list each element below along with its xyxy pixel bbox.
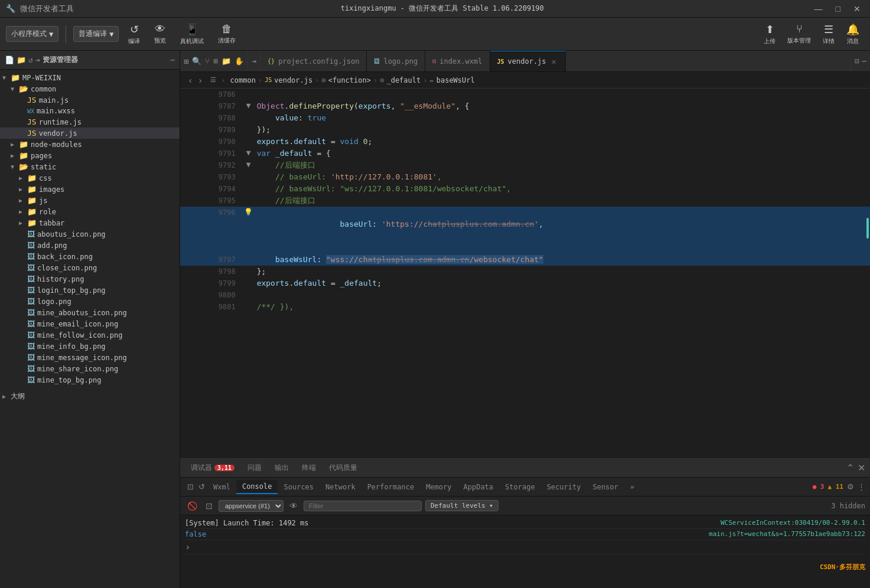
devtools-tab-sensor[interactable]: Sensor xyxy=(586,481,624,494)
tree-item-role[interactable]: ▶ 📁 role xyxy=(0,206,180,217)
devtools-tab-performance[interactable]: Performance xyxy=(361,481,420,494)
tree-item-mine-email[interactable]: 🖼 mine_email_icon.png xyxy=(0,318,180,329)
appservice-select[interactable]: appservice (#1) xyxy=(219,500,284,512)
grid-icon[interactable]: ⊞ xyxy=(213,57,218,66)
mode-selector[interactable]: 小程序模式 ▼ xyxy=(6,26,58,42)
new-folder-icon[interactable]: 📁 xyxy=(17,55,26,64)
devtools-inspect-icon[interactable]: ⊡ xyxy=(185,481,196,492)
message-button[interactable]: 🔔 消息 xyxy=(842,22,864,47)
devtools-tab-memory[interactable]: Memory xyxy=(420,481,457,494)
devtools-settings-icon[interactable]: ⚙ xyxy=(847,482,854,491)
console-eye-icon[interactable]: 👁 xyxy=(287,500,300,512)
tab-project-config[interactable]: {} project.config.json xyxy=(260,51,367,71)
devtools-refresh-icon[interactable]: ↺ xyxy=(196,481,207,492)
devtools-more-icon[interactable]: ⋮ xyxy=(858,482,865,491)
tab-debugger[interactable]: 调试器 3,11 xyxy=(185,460,240,475)
tree-item-runtime-js[interactable]: JS runtime.js xyxy=(0,116,180,128)
tree-item-add[interactable]: 🖼 add.png xyxy=(0,240,180,251)
breadcrumb-menu-icon[interactable]: ☰ xyxy=(210,76,216,84)
expand-icon[interactable]: ⇥ xyxy=(252,57,256,66)
console-link-main[interactable]: WCServiceInContext:030419/00-2.99.0.1 xyxy=(721,519,865,527)
tab-output[interactable]: 输出 xyxy=(269,460,295,475)
tree-item-mine-share[interactable]: 🖼 mine_share_icon.png xyxy=(0,363,180,374)
console-link-false[interactable]: main.js?t=wechat&s=1.77557b1ae9abb73:122 xyxy=(709,530,865,538)
tree-item-mine-aboutus[interactable]: 🖼 mine_aboutus_icon.png xyxy=(0,307,180,318)
clear-cache-button[interactable]: 🗑 清缓存 xyxy=(213,22,240,46)
tab-close-vendor[interactable]: ✕ xyxy=(550,56,558,67)
devtools-tab-appdata[interactable]: AppData xyxy=(457,481,499,494)
tree-item-history[interactable]: 🖼 history.png xyxy=(0,273,180,285)
code-editor[interactable]: 9786 9787 ▼ Object.defineProperty(export… xyxy=(180,89,870,458)
breadcrumb-function[interactable]: <function> xyxy=(328,76,371,84)
tree-item-mine-info[interactable]: 🖼 mine_info_bg.png xyxy=(0,341,180,352)
source-control-icon[interactable]: ⑂ xyxy=(205,57,210,66)
version-button[interactable]: ⑂ 版本管理 xyxy=(783,22,816,47)
tab-index-wxml[interactable]: ⊡ index.wxml xyxy=(425,51,490,71)
tab-vendor-js[interactable]: JS vendor.js ✕ xyxy=(490,51,566,71)
devtools-tab-wxml[interactable]: Wxml xyxy=(207,481,236,494)
sidebar-more-icon[interactable]: ⋯ xyxy=(170,55,175,64)
tab-question[interactable]: 问题 xyxy=(242,460,268,475)
collapse-icon[interactable]: ⇥ xyxy=(35,55,40,64)
tree-item-tabbar[interactable]: ▶ 📁 tabbar xyxy=(0,217,180,228)
tree-item-node-modules[interactable]: ▶ 📁 node-modules xyxy=(0,139,180,150)
tree-item-logo[interactable]: 🖼 logo.png xyxy=(0,296,180,307)
more-tabs-icon[interactable]: ⋯ xyxy=(862,57,866,66)
search-editor-icon[interactable]: 🔍 xyxy=(192,57,201,66)
tab-logo-png[interactable]: 🖼 logo.png xyxy=(367,51,425,71)
split-editor-icon[interactable]: ⊞ xyxy=(184,57,188,66)
compile-button[interactable]: ↺ 编译 xyxy=(123,22,145,47)
tree-item-close[interactable]: 🖼 close_icon.png xyxy=(0,262,180,273)
new-file-icon[interactable]: 📄 xyxy=(5,55,14,64)
maximize-button[interactable]: □ xyxy=(832,3,844,15)
tree-item-static[interactable]: ▼ 📂 static xyxy=(0,161,180,172)
refresh-icon[interactable]: ↺ xyxy=(28,55,33,64)
nav-back-button[interactable]: ‹ xyxy=(187,75,194,86)
tree-item-main-js[interactable]: JS main.js xyxy=(0,94,180,106)
compile-selector[interactable]: 普通编译 ▼ xyxy=(73,26,119,42)
breadcrumb-basewsurl[interactable]: baseWsUrl xyxy=(436,76,475,84)
remote-debug-button[interactable]: 📱 真机调试 xyxy=(175,22,208,47)
panel-close-button[interactable]: ✕ xyxy=(858,462,865,473)
tab-code-quality[interactable]: 代码质量 xyxy=(323,460,363,475)
devtools-tab-more[interactable]: » xyxy=(624,481,640,494)
tree-outline[interactable]: ▶ 大纲 xyxy=(0,390,180,403)
upload-button[interactable]: ⬆ 上传 xyxy=(759,22,780,47)
detail-button[interactable]: ☰ 详情 xyxy=(818,22,839,47)
default-levels-dropdown[interactable]: Default levels ▾ xyxy=(425,500,498,511)
tree-item-aboutus[interactable]: 🖼 aboutus_icon.png xyxy=(0,228,180,240)
tree-item-js[interactable]: ▶ 📁 js xyxy=(0,195,180,206)
close-button[interactable]: ✕ xyxy=(850,3,864,15)
devtools-tab-network[interactable]: Network xyxy=(320,481,361,494)
split-view-icon[interactable]: ⊟ xyxy=(855,57,859,66)
tree-item-css[interactable]: ▶ 📁 css xyxy=(0,172,180,184)
tree-item-mine-message[interactable]: 🖼 mine_message_icon.png xyxy=(0,352,180,363)
folder-tree-icon[interactable]: 📁 xyxy=(221,57,231,66)
tree-item-pages[interactable]: ▶ 📁 pages xyxy=(0,150,180,161)
devtools-tab-sources[interactable]: Sources xyxy=(278,481,320,494)
breadcrumb-vendor-js[interactable]: vendor.js xyxy=(274,76,312,84)
devtools-tab-storage[interactable]: Storage xyxy=(499,481,541,494)
minimize-button[interactable]: — xyxy=(811,3,826,15)
console-filter-input[interactable] xyxy=(304,501,422,511)
tree-item-login-bg[interactable]: 🖼 login_top_bg.png xyxy=(0,285,180,296)
console-filter-toggle[interactable]: ⊡ xyxy=(203,500,215,512)
nav-forward-button[interactable]: › xyxy=(197,75,204,86)
tree-item-mine-follow[interactable]: 🖼 mine_follow_icon.png xyxy=(0,329,180,341)
tree-item-back[interactable]: 🖼 back_icon.png xyxy=(0,251,180,262)
devtools-tab-console[interactable]: Console xyxy=(236,480,278,494)
breadcrumb-default[interactable]: _default xyxy=(386,76,421,84)
panel-minimize-button[interactable]: ⌃ xyxy=(846,462,854,473)
preview-button[interactable]: 👁 预览 xyxy=(149,22,171,46)
console-clear-button[interactable]: 🚫 xyxy=(185,500,200,512)
tree-item-main-wxss[interactable]: WX main.wxss xyxy=(0,106,180,116)
devtools-tab-security[interactable]: Security xyxy=(541,481,587,494)
tree-item-common[interactable]: ▼ 📂 common xyxy=(0,83,180,94)
tree-item-mine-top-bg[interactable]: 🖼 mine_top_bg.png xyxy=(0,374,180,386)
tree-item-vendor-js[interactable]: JS vendor.js xyxy=(0,128,180,139)
tab-terminal[interactable]: 终端 xyxy=(296,460,322,475)
tree-item-images[interactable]: ▶ 📁 images xyxy=(0,184,180,195)
breadcrumb-common[interactable]: common xyxy=(230,76,256,84)
hand-icon[interactable]: ✋ xyxy=(234,57,244,66)
tree-root[interactable]: ▼ 📁 MP-WEIXIN xyxy=(0,72,180,83)
